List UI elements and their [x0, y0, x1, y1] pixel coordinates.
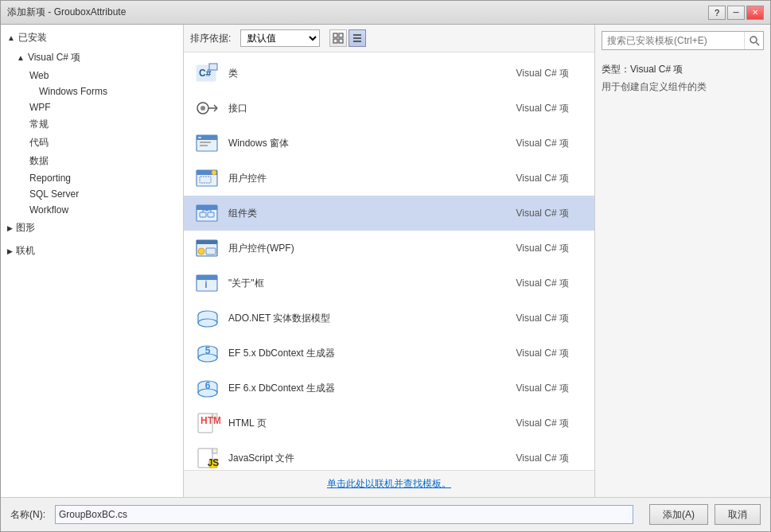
sort-select[interactable]: 默认值 名称 类型	[240, 29, 320, 47]
item-row[interactable]: 5 EF 5.x DbContext 生成器 Visual C# 项	[184, 336, 594, 371]
item-icon	[193, 130, 222, 156]
svg-text:JS: JS	[208, 457, 220, 468]
online-label: 联机	[16, 244, 35, 258]
item-name: 用户控件(WPF)	[228, 242, 516, 255]
item-icon	[193, 200, 222, 226]
item-category: Visual C# 项	[516, 382, 585, 395]
toolbar: 排序依据: 默认值 名称 类型	[184, 25, 594, 52]
item-name: 组件类	[228, 207, 516, 220]
items-list[interactable]: C# 类 Visual C# 项	[184, 52, 594, 470]
item-name: 用户控件	[228, 172, 516, 185]
minimize-button[interactable]: ─	[727, 6, 745, 20]
item-category: Visual C# 项	[516, 277, 585, 290]
item-category: Visual C# 项	[516, 137, 585, 150]
sidebar-item-data[interactable]: 数据	[1, 152, 183, 170]
graphics-arrow: ▶	[7, 224, 13, 232]
online-section[interactable]: ▶ 联机	[1, 241, 183, 261]
item-category: Visual C# 项	[516, 207, 585, 220]
sidebar-item-reporting[interactable]: Reporting	[1, 170, 183, 186]
visual-csharp-label: Visual C# 项	[28, 51, 80, 64]
search-input[interactable]	[602, 33, 744, 49]
grid-view-button[interactable]	[329, 29, 347, 47]
item-icon	[193, 305, 222, 331]
svg-text:HTML: HTML	[201, 415, 220, 426]
sidebar-item-sql-server[interactable]: SQL Server	[1, 186, 183, 202]
svg-rect-2	[333, 39, 337, 43]
grid-icon	[333, 33, 344, 44]
center-panel: 排序依据: 默认值 名称 类型	[184, 25, 595, 497]
item-name: 接口	[228, 102, 516, 115]
visual-csharp-section[interactable]: ▲ Visual C# 项	[1, 48, 183, 68]
sidebar-item-windows-forms[interactable]: Windows Forms	[1, 83, 183, 99]
item-category: Visual C# 项	[516, 172, 585, 185]
item-row-selected[interactable]: 组件类 Visual C# 项	[184, 196, 594, 231]
name-label: 名称(N):	[10, 508, 45, 522]
item-name: EF 6.x DbContext 生成器	[228, 382, 516, 395]
svg-point-11	[201, 106, 205, 111]
svg-rect-0	[333, 33, 337, 37]
item-category: Visual C# 项	[516, 417, 585, 430]
sidebar-item-wpf[interactable]: WPF	[1, 99, 183, 115]
item-row[interactable]: 6 EF 6.x DbContext 生成器 Visual C# 项	[184, 371, 594, 406]
item-name: 类	[228, 67, 516, 80]
main-content: ▲ 已安装 ▲ Visual C# 项 Web Windows Forms WP…	[1, 25, 770, 497]
item-row[interactable]: 接口 Visual C# 项	[184, 91, 594, 126]
normal-label: 常规	[29, 118, 49, 130]
sidebar-item-normal[interactable]: 常规	[1, 115, 183, 134]
reporting-label: Reporting	[29, 173, 71, 184]
item-row[interactable]: C# 类 Visual C# 项	[184, 56, 594, 91]
item-icon: JS	[193, 445, 222, 470]
svg-rect-9	[209, 64, 217, 70]
installed-section[interactable]: ▲ 已安装	[1, 28, 183, 48]
sidebar-item-web[interactable]: Web	[1, 68, 183, 83]
name-input[interactable]	[55, 505, 633, 524]
bottom-buttons: 添加(A) 取消	[649, 504, 761, 525]
svg-point-34	[198, 248, 204, 254]
graphics-section[interactable]: ▶ 图形	[1, 218, 183, 238]
sort-label: 排序依据:	[190, 32, 231, 45]
visual-csharp-arrow: ▲	[17, 53, 25, 62]
item-icon	[193, 235, 222, 261]
svg-rect-35	[206, 248, 216, 254]
item-row[interactable]: i "关于"框 Visual C# 项	[184, 266, 594, 301]
item-category: Visual C# 项	[516, 102, 585, 115]
close-button[interactable]: ✕	[746, 6, 764, 20]
online-link[interactable]: 单击此处以联机并查找模板。	[327, 478, 451, 489]
web-label: Web	[29, 70, 49, 81]
cancel-button[interactable]: 取消	[715, 504, 761, 525]
list-view-button[interactable]	[349, 29, 366, 47]
left-panel: ▲ 已安装 ▲ Visual C# 项 Web Windows Forms WP…	[1, 25, 184, 497]
svg-point-41	[198, 319, 217, 327]
item-category: Visual C# 项	[516, 242, 585, 255]
svg-rect-1	[339, 33, 343, 37]
search-icon	[749, 35, 760, 46]
item-row[interactable]: 用户控件 Visual C# 项	[184, 161, 594, 196]
sidebar-item-code[interactable]: 代码	[1, 134, 183, 152]
installed-label: 已安装	[18, 31, 47, 45]
type-value: Visual C# 项	[630, 64, 683, 75]
item-icon: 6	[193, 375, 222, 401]
help-button[interactable]: ?	[708, 6, 726, 20]
item-icon: C#	[193, 60, 222, 86]
item-row[interactable]: JS JavaScript 文件 Visual C# 项	[184, 441, 594, 470]
svg-rect-33	[197, 240, 217, 244]
item-row[interactable]: HTML HTML 页 Visual C# 项	[184, 406, 594, 441]
item-icon: HTML	[193, 410, 222, 436]
item-name: EF 5.x DbContext 生成器	[228, 347, 516, 360]
item-category: Visual C# 项	[516, 312, 585, 325]
sql-server-label: SQL Server	[29, 188, 79, 200]
item-row[interactable]: Windows 窗体 Visual C# 项	[184, 126, 594, 161]
code-label: 代码	[29, 137, 49, 148]
type-prefix: 类型：	[602, 64, 630, 75]
installed-arrow: ▲	[7, 33, 15, 42]
item-row[interactable]: 用户控件(WPF) Visual C# 项	[184, 231, 594, 266]
sidebar-item-workflow[interactable]: Workflow	[1, 202, 183, 218]
right-info: 类型：Visual C# 项 用于创建自定义组件的类	[602, 60, 764, 97]
bottom-bar: 名称(N): 添加(A) 取消	[1, 497, 770, 531]
item-category: Visual C# 项	[516, 452, 585, 465]
add-button[interactable]: 添加(A)	[649, 504, 708, 525]
item-row[interactable]: ADO.NET 实体数据模型 Visual C# 项	[184, 301, 594, 336]
svg-rect-62	[212, 449, 217, 453]
search-button[interactable]	[744, 32, 763, 49]
wpf-label: WPF	[29, 102, 51, 113]
